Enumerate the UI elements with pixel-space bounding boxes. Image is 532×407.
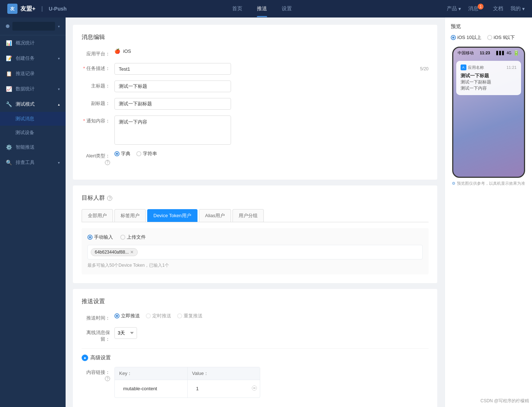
chevron-icon: ▾ (58, 56, 60, 60)
sidebar-item-label: 测试模式 (16, 101, 35, 107)
signal-bars: ▋▋▋ (496, 51, 505, 55)
main-content: 消息编辑 应用平台： 🍎 iOS 任务描述： Test1 5/20 (66, 17, 445, 407)
phone-status-bar: 中国移动 11:23 ▋▋▋ 4G 🔋 (453, 48, 524, 58)
logo[interactable]: 友 友盟+ | U-Push (7, 4, 67, 14)
ios10-option[interactable]: iOS 10以上 (451, 34, 481, 41)
chevron-up-icon: ▴ (58, 102, 60, 106)
sidebar-item-smart-push[interactable]: ⚙️ 智能推送 (0, 140, 66, 155)
kv-value-input[interactable]: 1 (192, 383, 245, 395)
logo-icon: 友 (7, 4, 17, 14)
tab-user-group[interactable]: 用户分组 (232, 209, 264, 222)
kv-key-input[interactable]: mutable-content (119, 383, 183, 395)
upload-label: 上传文件 (127, 234, 146, 240)
test-icon: 🔧 (6, 101, 12, 107)
smart-icon: ⚙️ (6, 144, 12, 150)
immediate-push-radio[interactable]: 立即推送 (114, 313, 140, 319)
content-link-label: 内容链接： ? (82, 367, 114, 381)
create-icon: 📝 (6, 55, 12, 61)
apple-icon: 🍎 (114, 48, 120, 54)
sidebar-item-troubleshoot[interactable]: 🔍 排查工具 ▾ (0, 155, 66, 170)
offline-retain-select[interactable]: 1天 3天 7天 14天 (114, 327, 137, 339)
target-audience-title: 目标人群 ? (82, 194, 429, 202)
chevron-down-icon-3: ▾ (58, 24, 60, 28)
manual-input-radio[interactable]: 手动输入 (87, 234, 113, 240)
manual-label: 手动输入 (94, 234, 113, 240)
alert-type-info-icon[interactable]: ? (105, 160, 110, 165)
content-label: 通知内容： (82, 116, 114, 124)
top-nav: 友 友盟+ | U-Push 首页 推送 设置 产品 ▾ 消息 1 文档 我的 … (0, 0, 532, 17)
sidebar-item-label: 推送记录 (16, 70, 35, 77)
sidebar-item-push-records[interactable]: 📋 推送记录 (0, 66, 66, 81)
sidebar-item-label: 智能推送 (16, 144, 35, 150)
alert-type-label: Alert类型： ? (82, 150, 114, 165)
title-label: 主标题： (82, 81, 114, 89)
sidebar-item-test-mode[interactable]: 🔧 测试模式 ▴ (0, 97, 66, 112)
nav-message[interactable]: 消息 1 (468, 5, 486, 12)
notif-app-name: 应用名称 (468, 65, 506, 70)
troubleshoot-icon: 🔍 (6, 160, 12, 165)
target-info-icon[interactable]: ? (107, 196, 112, 201)
sidebar-sub-item-test-device[interactable]: 测试设备 (0, 126, 66, 140)
subtitle-label: 副标题： (82, 98, 114, 107)
nav-mine[interactable]: 我的 ▾ (511, 5, 525, 12)
section-divider (82, 348, 429, 349)
alert-dict-radio-circle (114, 151, 120, 156)
repeat-radio-circle (177, 313, 182, 318)
tab-all-users[interactable]: 全部用户 (82, 209, 113, 222)
repeat-push-radio[interactable]: 重复推送 (177, 313, 203, 319)
alert-string-radio[interactable]: 字符串 (136, 150, 157, 157)
watermark: CSDN @写程序的柠檬精 (480, 398, 529, 404)
sidebar-item-label: 概况统计 (16, 40, 35, 46)
task-desc-input-wrapper: Test1 (114, 63, 417, 75)
scheduled-radio-circle (146, 313, 151, 318)
sidebar-sub-item-test-message[interactable]: 测试消息 (0, 112, 66, 126)
alert-type-row: Alert类型： ? 字典 字符串 (82, 150, 429, 165)
token-input-container[interactable]: 64b623440af88... ✕ (87, 245, 423, 259)
sidebar: ▾ 📊 概况统计 📝 创建任务 ▾ 📋 推送记录 📈 数据统计 ▾ 🔧 测试模式… (0, 17, 66, 407)
token-close-button[interactable]: ✕ (130, 250, 134, 255)
sidebar-item-create-task[interactable]: 📝 创建任务 ▾ (0, 51, 66, 66)
task-desc-input[interactable]: Test1 (114, 63, 231, 75)
token-pill: 64b623440af88... ✕ (91, 248, 138, 256)
hint-icon: ⚙ (452, 181, 455, 185)
tab-device-token[interactable]: Device Token用户 (147, 209, 197, 222)
nav-product[interactable]: 产品 ▾ (447, 5, 461, 12)
nav-divider: | (41, 5, 43, 12)
logo-text: 友盟+ (20, 5, 35, 13)
tab-tag-users[interactable]: 标签用户 (114, 209, 146, 222)
upload-file-radio[interactable]: 上传文件 (120, 234, 146, 240)
nav-settings[interactable]: 设置 (282, 0, 292, 17)
offline-retain-label: 离线消息保留： (82, 327, 114, 343)
content-link-info-icon[interactable]: ? (105, 376, 110, 381)
alert-type-value: 字典 字符串 (114, 150, 429, 157)
message-editor-card: 消息编辑 应用平台： 🍎 iOS 任务描述： Test1 5/20 (73, 25, 437, 180)
nav-right: 产品 ▾ 消息 1 文档 我的 ▾ (447, 5, 525, 12)
sidebar-item-overview[interactable]: 📊 概况统计 (0, 35, 66, 51)
nav-home[interactable]: 首页 (232, 0, 242, 17)
notif-app-icon: A (461, 64, 466, 70)
target-title-text: 目标人群 (82, 195, 105, 201)
arrow-annotation (82, 404, 429, 407)
nav-push[interactable]: 推送 (257, 0, 267, 17)
preview-panel: 预览 iOS 10以上 iOS 9以下 中国移动 11:23 ▋▋▋ 4G 🔋 (445, 17, 532, 407)
scheduled-push-radio[interactable]: 定时推送 (146, 313, 171, 319)
nav-docs[interactable]: 文档 (493, 5, 503, 12)
notification-card: A 应用名称 11:21 测试一下标题 测试一下副标题 测试一下内容 (456, 61, 521, 95)
nav-message-label: 消息 (468, 5, 478, 12)
tab-alias-users[interactable]: Alias用户 (199, 209, 231, 222)
kv-delete-button[interactable] (249, 383, 260, 395)
push-time-value: 立即推送 定时推送 重复推送 (114, 313, 429, 319)
alert-dict-radio[interactable]: 字典 (114, 150, 130, 157)
subtitle-input[interactable]: 测试一下副标题 (114, 98, 231, 110)
subtitle-value: 测试一下副标题 (114, 98, 429, 110)
content-textarea[interactable]: 测试一下内容 (114, 116, 231, 145)
ios10-radio (451, 35, 456, 40)
title-input[interactable]: 测试一下标题 (114, 81, 231, 92)
app-selector[interactable]: ▾ (0, 17, 66, 35)
ios9-option[interactable]: iOS 9以下 (487, 34, 515, 41)
token-value: 64b623440af88... (95, 250, 129, 255)
notif-body: 测试一下内容 (461, 85, 517, 91)
task-desc-label: 任务描述： (82, 63, 114, 72)
sidebar-item-data-stats[interactable]: 📈 数据统计 ▾ (0, 81, 66, 97)
kv-key-header: Key： (115, 367, 188, 380)
